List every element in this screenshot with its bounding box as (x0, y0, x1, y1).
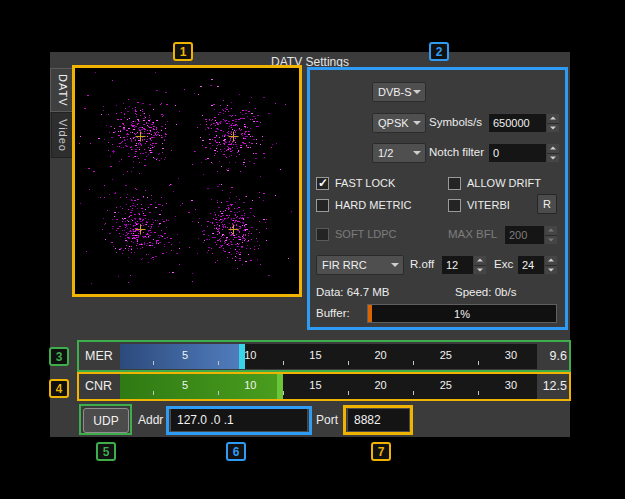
udp-button[interactable]: UDP (83, 408, 129, 433)
addr-input[interactable] (170, 408, 308, 432)
spin-up-icon[interactable] (547, 144, 559, 154)
scale-minor-tick (283, 361, 284, 365)
scale-tick-label: 30 (505, 379, 517, 391)
scale-minor-tick (153, 391, 154, 395)
notch-filter-spinbox[interactable]: 0 (488, 143, 560, 163)
scale-tick-label: 25 (440, 349, 452, 361)
standard-combo[interactable]: DVB-S (372, 82, 426, 102)
spin-down-icon[interactable] (547, 154, 559, 163)
cnr-bar-tip (277, 374, 283, 399)
spin-up-icon[interactable] (547, 114, 559, 124)
annotation-label-3: 3 (49, 347, 69, 366)
cnr-bar (120, 374, 283, 399)
fec-combo-value: 1/2 (373, 147, 413, 159)
soft-ldpc-label: SOFT LDPC (335, 228, 397, 240)
data-counter-label: Data: 64.7 MB (316, 286, 390, 298)
constellation-display (75, 68, 300, 295)
spin-up-icon[interactable] (545, 256, 557, 266)
tab-video[interactable]: Video (51, 112, 75, 158)
spin-down-icon (545, 236, 557, 245)
tab-video-label: Video (57, 119, 69, 152)
viterbi-label: VITERBI (467, 199, 510, 211)
modulation-combo[interactable]: QPSK (372, 113, 426, 133)
scale-tick-label: 15 (309, 379, 321, 391)
window-title: DATV Settings (50, 55, 570, 69)
spin-up-icon[interactable] (474, 256, 486, 266)
buffer-label: Buffer: (316, 307, 350, 319)
fast-lock-label: FAST LOCK (335, 177, 395, 189)
spin-down-icon[interactable] (545, 266, 557, 275)
max-bfl-spinbox[interactable]: 200 (504, 225, 558, 245)
chevron-down-icon (391, 263, 399, 267)
datv-settings-window: DATV Settings DATV Video DVB-S QPSK Symb… (50, 52, 570, 437)
scale-minor-tick (218, 391, 219, 395)
checkbox-icon (316, 199, 329, 212)
checkbox-icon (316, 228, 329, 241)
mer-value: 9.6 (550, 349, 567, 363)
symbols-spinbox-value: 650000 (489, 114, 546, 132)
standard-combo-value: DVB-S (373, 86, 413, 98)
fec-combo[interactable]: 1/2 (372, 143, 426, 163)
scale-minor-tick (413, 391, 414, 395)
reset-button[interactable]: R (537, 194, 557, 214)
port-input[interactable] (347, 408, 410, 432)
fast-lock-checkbox[interactable]: FAST LOCK (316, 175, 395, 191)
mer-scale: 51015202530 (120, 344, 537, 369)
spin-down-icon[interactable] (547, 124, 559, 133)
spin-down-icon[interactable] (474, 266, 486, 275)
scale-minor-tick (153, 361, 154, 365)
hard-metric-label: HARD METRIC (335, 199, 411, 211)
modulation-combo-value: QPSK (373, 117, 413, 129)
cnr-value: 12.5 (543, 379, 567, 393)
viterbi-checkbox[interactable]: VITERBI (448, 197, 510, 213)
scale-tick-label: 5 (182, 349, 188, 361)
scale-tick-label: 30 (505, 349, 517, 361)
scale-minor-tick (218, 361, 219, 365)
settings-panel: DVB-S QPSK Symbols/s 650000 1/2 Notch fi… (310, 70, 566, 332)
excess-spinbox[interactable]: 24 (517, 255, 558, 275)
excess-spinbox-value: 24 (518, 256, 544, 274)
annotation-label-7: 7 (371, 442, 391, 461)
port-label: Port (316, 413, 338, 427)
max-bfl-label: MAX BFL (448, 228, 497, 240)
symbols-label: Symbols/s (429, 116, 482, 128)
checkbox-icon (448, 199, 461, 212)
spinner-buttons (544, 226, 557, 244)
buffer-progressbar: 1% (367, 304, 557, 323)
scale-minor-tick (478, 361, 479, 365)
allow-drift-checkbox[interactable]: ALLOW DRIFT (448, 175, 541, 191)
annotation-label-2: 2 (429, 42, 449, 61)
buffer-percent: 1% (368, 308, 556, 320)
checkbox-icon (316, 177, 329, 190)
rolloff-label: R.off (410, 258, 434, 270)
spinner-buttons[interactable] (544, 256, 557, 274)
spinner-buttons[interactable] (546, 114, 559, 132)
scale-tick-label: 10 (244, 349, 256, 361)
chevron-down-icon (413, 151, 421, 155)
cnr-label: CNR (85, 379, 118, 393)
rolloff-spinbox[interactable]: 12 (441, 255, 487, 275)
excess-label: Exc (494, 258, 513, 270)
soft-ldpc-checkbox[interactable]: SOFT LDPC (316, 226, 397, 242)
scale-minor-tick (283, 391, 284, 395)
symbols-spinbox[interactable]: 650000 (488, 113, 560, 133)
scale-tick-label: 25 (440, 379, 452, 391)
cnr-meter-row: CNR 51015202530 12.5 (85, 373, 567, 400)
filter-combo[interactable]: FIR RRC (316, 255, 404, 275)
cnr-scale: 51015202530 (120, 374, 537, 399)
annotation-label-6: 6 (226, 442, 246, 461)
checkbox-icon (448, 177, 461, 190)
annotation-label-4: 4 (49, 379, 69, 398)
screenshot-root: DATV Settings DATV Video DVB-S QPSK Symb… (0, 0, 625, 499)
addr-label: Addr (138, 413, 163, 427)
scale-minor-tick (348, 391, 349, 395)
scale-minor-tick (478, 391, 479, 395)
spinner-buttons[interactable] (473, 256, 486, 274)
scale-tick-label: 10 (244, 379, 256, 391)
mer-meter-row: MER 51015202530 9.6 (85, 343, 567, 370)
max-bfl-spinbox-value: 200 (505, 226, 544, 244)
allow-drift-label: ALLOW DRIFT (467, 177, 541, 189)
spinner-buttons[interactable] (546, 144, 559, 162)
hard-metric-checkbox[interactable]: HARD METRIC (316, 197, 411, 213)
tab-datv[interactable]: DATV (50, 68, 75, 112)
